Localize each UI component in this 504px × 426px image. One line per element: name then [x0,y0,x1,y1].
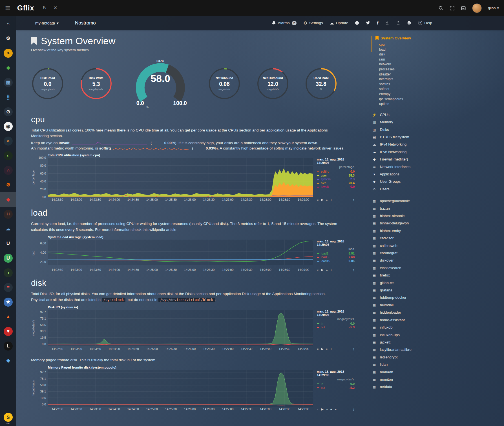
print-button[interactable] [407,21,411,25]
app-plex[interactable]: > [0,46,16,61]
memory-paged-chart[interactable]: Memory Paged from/to disk (system.pgpgio… [31,366,355,411]
app-sonarr[interactable]: × [0,134,16,148]
pan-backward-button[interactable]: « [317,408,319,411]
menu-cgroup-item[interactable]: ▦ chronograf [372,249,502,257]
disk-chart[interactable]: Disk I/O (system.io) megabytes/s 97.778.… [31,305,355,351]
menu-cgroup-item[interactable]: ▦ lazylibrarian-calibre [372,346,502,353]
menu-section[interactable]: ◫ Disks [372,126,502,133]
app-ombi[interactable]: ◐ [0,148,16,163]
menu-section[interactable]: ≣ Network Interfaces [372,163,502,171]
alarms-button[interactable]: Alarms 2 [272,21,297,25]
gauge-net-outbound[interactable]: Net Outbound 12.0 megabits/s [256,67,290,100]
avatar[interactable] [472,3,482,13]
cpu-plot-area[interactable] [48,158,313,197]
app-netdata[interactable]: ◆ [0,192,16,207]
app-airsonic[interactable]: ⣿ [0,90,16,104]
menu-section[interactable]: ♥ Applications [372,171,502,178]
gauge-disk-write[interactable]: Disk Write 5.3 megabytes/s [79,67,113,100]
hamburger-menu-icon[interactable]: ☰ [5,5,10,12]
refresh-icon[interactable]: ↻ [43,5,47,11]
app-heimdall[interactable]: ★ [0,295,16,309]
menu-cgroup-item[interactable]: ▦ netdata [372,383,502,391]
menu-cgroup-item[interactable]: ▦ binhex-airsonic [372,212,502,220]
app-deluge[interactable]: ◑ [0,266,16,280]
menu-subitem[interactable]: load [379,47,502,52]
play-button[interactable]: ▶ [321,268,323,272]
menu-cgroup-item[interactable]: ▦ cadvisor [372,235,502,242]
gauge-used-ram[interactable]: Used RAM 32.8 % [304,67,338,100]
menu-cgroup-item[interactable]: ▦ letsencrypt [372,354,502,361]
menu-subitem[interactable]: softnet [379,87,502,92]
resize-handle[interactable]: ↕ [353,407,355,411]
menu-section[interactable]: ☻ User Groups [372,178,502,185]
app-youtubedl[interactable]: ▼ [0,324,16,339]
pan-forward-button[interactable]: » [326,347,328,351]
app-traefik[interactable]: ≡ [0,280,16,295]
zoom-in-button[interactable]: + [330,408,332,411]
app-tautulli[interactable]: ∴ [0,163,16,178]
menu-cgroup-item[interactable]: ▦ hddtemp-docker [372,294,502,301]
menu-cgroup-item[interactable]: ▦ jackett [372,339,502,346]
menu-section[interactable]: ☁ IPv6 Networking [372,148,502,156]
sidebar-settings[interactable]: ⚙ [0,31,16,46]
menu-system-overview[interactable]: System Overview [375,36,502,40]
menu-cgroup-item[interactable]: ▦ gitlab-ce [372,279,502,287]
sidebar-home[interactable]: ⌂ [0,17,16,31]
menu-cgroup-item[interactable]: ▦ binhex-emby [372,227,502,235]
fullscreen-icon[interactable] [450,6,455,11]
zoom-in-button[interactable]: + [330,347,332,351]
menu-subitem[interactable]: disk [379,52,502,57]
app-search[interactable]: ⊙ [0,104,16,119]
zoom-out-button[interactable]: − [335,198,336,202]
menu-cgroup-item[interactable]: ▦ influxdb-ups [372,331,502,339]
pan-forward-button[interactable]: » [326,198,328,202]
menu-section[interactable]: ⚡ CPUs [372,111,502,119]
menu-subitem[interactable]: uptime [379,102,502,107]
resize-handle[interactable]: ↕ [353,198,355,202]
load-plot-area[interactable] [48,240,313,265]
user-menu[interactable]: gilbn▾ [488,6,499,10]
app-ubooquity[interactable]: U [0,236,16,251]
legend-item[interactable]: iowait 0.0 [317,185,355,189]
menu-cgroup-item[interactable]: ▦ monitorr [372,376,502,383]
app-octoprint[interactable]: ⚙ [0,178,16,192]
zoom-out-button[interactable]: − [335,408,336,411]
menu-cgroup-item[interactable]: ▦ influxdb [372,324,502,331]
menu-cgroup-item[interactable]: ▦ diskover [372,257,502,264]
menu-subitem[interactable]: interrupts [379,77,502,82]
pan-forward-button[interactable]: » [326,408,328,411]
facebook-button[interactable]: f [377,21,378,25]
app-nextcloud[interactable]: ☁ [0,222,16,236]
menu-section[interactable]: ☺ Users [372,186,502,193]
app-emby[interactable]: ◆ [0,61,16,75]
zoom-out-button[interactable]: − [335,268,336,272]
menu-subitem[interactable]: entropy [379,92,502,97]
zoom-in-button[interactable]: + [330,198,332,202]
menu-cgroup-item[interactable]: ▦ heimdall [372,302,502,309]
help-button[interactable]: ? Help [418,21,432,25]
legend-item[interactable]: out -5.3 [317,325,355,329]
gauge-disk-read[interactable]: Disk Read 0.0 megabytes/s [31,67,65,100]
app-bazarr[interactable]: ∷ [0,207,16,222]
menu-subitem[interactable]: network [379,62,502,67]
legend-item[interactable]: load1 6.51 [317,252,355,256]
github-button[interactable] [355,21,359,25]
load-chart[interactable]: System Load Average (system.load) load 6… [31,235,355,272]
server-dropdown[interactable]: my-netdata▾ [35,21,59,25]
memory-paged-plot-area[interactable] [48,370,313,407]
legend-item[interactable]: out -5.2 [317,386,355,390]
disk-plot-area[interactable] [48,310,313,346]
gauge-net-inbound[interactable]: Net Inbound 0.08 megabits/s [208,67,242,100]
legend-item[interactable]: load5 2.68 [317,255,355,259]
play-button[interactable]: ▶ [321,347,323,351]
menu-cgroup-item[interactable]: ▦ mariadb [372,369,502,376]
play-button[interactable]: ▶ [321,407,323,411]
menu-section[interactable]: ☁ IPv4 Networking [372,141,502,148]
zoom-out-button[interactable]: − [335,347,336,351]
menu-subitem[interactable]: softirqs [379,82,502,87]
images-icon[interactable] [461,6,466,11]
menu-cgroup-item[interactable]: ▦ grafana [372,287,502,294]
legend-item[interactable]: in 0.0 [317,322,355,326]
menu-cgroup-item[interactable]: ▦ bazarr [372,205,502,212]
menu-cgroup-item[interactable]: ▦ home-assistant [372,316,502,324]
